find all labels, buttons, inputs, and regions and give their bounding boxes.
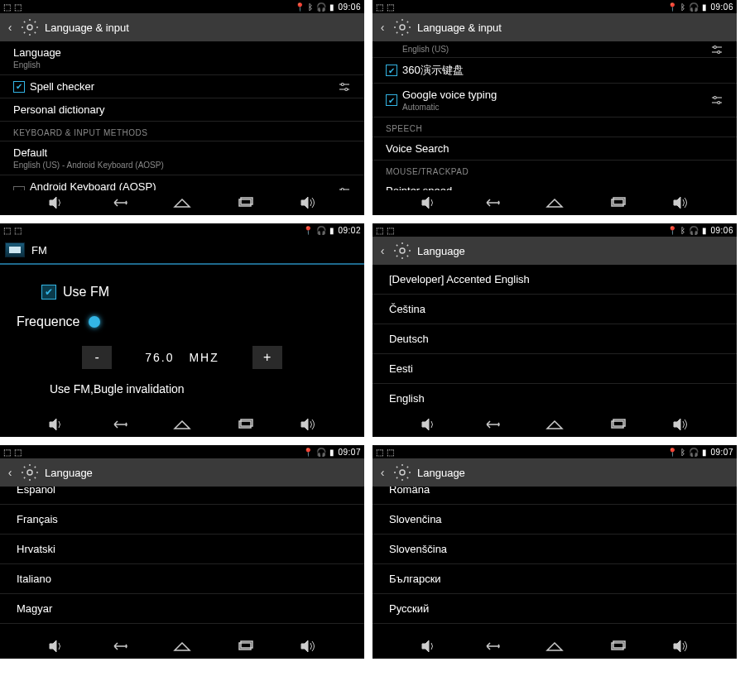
svg-marker-26 xyxy=(50,419,56,430)
back-nav-icon[interactable] xyxy=(479,638,504,654)
pointer-speed-row[interactable]: Pointer speed xyxy=(372,180,737,190)
language-list[interactable]: Română Slovenčina Slovenščina Български … xyxy=(372,487,737,634)
list-item[interactable]: Čeština xyxy=(372,295,737,324)
language-label: Language xyxy=(13,46,351,59)
list-item[interactable]: Русский xyxy=(372,594,737,624)
recent-nav-icon[interactable] xyxy=(605,638,630,654)
back-icon[interactable]: ‹ xyxy=(377,466,387,479)
home-nav-icon[interactable] xyxy=(542,638,567,654)
use-fm-row[interactable]: Use FM xyxy=(41,285,348,300)
settings-sliders-icon[interactable] xyxy=(709,92,725,108)
home-nav-icon[interactable] xyxy=(542,416,567,433)
volume-down-icon[interactable] xyxy=(416,416,441,433)
volume-down-icon[interactable] xyxy=(44,416,69,433)
volume-down-icon[interactable] xyxy=(416,194,441,211)
google-voice-typing-row[interactable]: ✔ Google voice typing Automatic xyxy=(372,84,737,117)
list-item[interactable]: Български xyxy=(372,564,737,594)
back-icon[interactable]: ‹ xyxy=(5,21,15,34)
volume-down-icon[interactable] xyxy=(44,194,69,211)
svg-marker-22 xyxy=(422,197,429,209)
recent-nav-icon[interactable] xyxy=(233,638,257,654)
volume-up-icon[interactable] xyxy=(668,416,693,433)
volume-up-icon[interactable] xyxy=(296,194,320,211)
list-item[interactable]: Српски xyxy=(372,624,737,634)
home-nav-icon[interactable] xyxy=(170,638,195,654)
volume-down-icon[interactable] xyxy=(416,638,441,654)
back-nav-icon[interactable] xyxy=(107,638,132,654)
frequence-row[interactable]: Frequence xyxy=(17,314,348,329)
home-nav-icon[interactable] xyxy=(170,194,195,211)
default-row[interactable]: Default English (US) - Android Keyboard … xyxy=(0,141,364,175)
ime-360-row[interactable]: ✔ 360演示键盘 xyxy=(372,58,737,84)
aosp-row[interactable]: ✔ Android Keyboard (AOSP) English (US) xyxy=(0,175,364,190)
gear-icon xyxy=(20,463,40,482)
volume-up-icon[interactable] xyxy=(296,638,320,654)
recent-nav-icon[interactable] xyxy=(233,416,257,433)
english-us-value: English (US) xyxy=(402,45,723,54)
language-list[interactable]: Español Français Hrvatski Italiano Magya… xyxy=(0,487,364,634)
svg-point-19 xyxy=(714,97,716,99)
list-item[interactable]: Polski xyxy=(0,624,364,634)
list-item[interactable]: Slovenčina xyxy=(372,505,737,535)
back-icon[interactable]: ‹ xyxy=(377,21,387,34)
voice-search-label: Voice Search xyxy=(386,142,723,155)
checkbox-checked-icon[interactable] xyxy=(41,285,56,300)
home-nav-icon[interactable] xyxy=(542,194,567,211)
back-nav-icon[interactable] xyxy=(107,416,132,433)
list-item[interactable]: Slovenščina xyxy=(372,535,737,564)
back-icon[interactable]: ‹ xyxy=(377,244,387,257)
volume-down-icon[interactable] xyxy=(44,638,69,654)
ime-360-label: 360演示键盘 xyxy=(402,63,464,78)
radio-selected-icon[interactable] xyxy=(89,316,100,328)
voice-search-row[interactable]: Voice Search xyxy=(372,137,737,161)
recent-nav-icon[interactable] xyxy=(233,194,257,211)
gear-icon xyxy=(392,241,412,261)
personal-dictionary-row[interactable]: Personal dictionary xyxy=(0,98,364,122)
speech-header: SPEECH xyxy=(372,117,737,137)
screen-title: Language xyxy=(417,467,465,479)
home-nav-icon[interactable] xyxy=(170,416,195,433)
recent-nav-icon[interactable] xyxy=(605,416,630,433)
clock: 09:02 xyxy=(338,226,361,235)
list-item[interactable]: Deutsch xyxy=(372,324,737,354)
settings-sliders-icon[interactable] xyxy=(336,184,353,190)
list-item[interactable]: Magyar xyxy=(0,594,364,624)
list-item[interactable]: Eesti xyxy=(372,354,737,384)
list-item[interactable]: Español xyxy=(0,487,364,505)
svg-marker-39 xyxy=(301,640,308,652)
psi-icon2: ⬚ xyxy=(14,2,22,12)
svg-point-35 xyxy=(27,470,32,475)
recent-nav-icon[interactable] xyxy=(605,194,630,211)
clock: 09:07 xyxy=(338,448,361,457)
language-list[interactable]: [Developer] Accented English Čeština Deu… xyxy=(372,265,737,412)
volume-up-icon[interactable] xyxy=(668,194,693,211)
settings-sliders-icon[interactable] xyxy=(709,41,725,58)
volume-up-icon[interactable] xyxy=(296,416,320,433)
back-nav-icon[interactable] xyxy=(479,416,504,433)
checkbox-checked-icon[interactable]: ✔ xyxy=(386,94,397,106)
checkbox-checked-icon[interactable]: ✔ xyxy=(13,186,25,190)
nav-bar xyxy=(0,634,364,659)
settings-sliders-icon[interactable] xyxy=(336,79,353,95)
spell-checker-row[interactable]: ✔ Spell checker xyxy=(0,75,364,98)
back-nav-icon[interactable] xyxy=(479,194,504,211)
prev-item-cut[interactable]: English (US) xyxy=(372,41,737,58)
list-item[interactable]: Hrvatski xyxy=(0,535,364,564)
back-icon[interactable]: ‹ xyxy=(5,466,15,479)
checkbox-checked-icon[interactable]: ✔ xyxy=(386,65,397,76)
status-bar: ⬚⬚ 📍ᛒ🎧▮ 09:06 xyxy=(372,0,737,13)
back-nav-icon[interactable] xyxy=(107,194,132,211)
list-item[interactable]: Italiano xyxy=(0,564,364,594)
use-fm-label: Use FM xyxy=(63,285,109,300)
minus-button[interactable]: - xyxy=(82,346,112,369)
volume-up-icon[interactable] xyxy=(668,638,693,654)
list-item[interactable]: English xyxy=(372,384,737,412)
plus-button[interactable]: + xyxy=(252,346,282,369)
list-item[interactable]: [Developer] Accented English xyxy=(372,265,737,295)
bluetooth-icon: ᛒ xyxy=(680,2,685,12)
clock: 09:06 xyxy=(710,2,733,12)
checkbox-checked-icon[interactable]: ✔ xyxy=(13,81,25,93)
list-item[interactable]: Français xyxy=(0,505,364,535)
language-row[interactable]: Language English xyxy=(0,41,364,75)
list-item[interactable]: Română xyxy=(372,487,737,505)
